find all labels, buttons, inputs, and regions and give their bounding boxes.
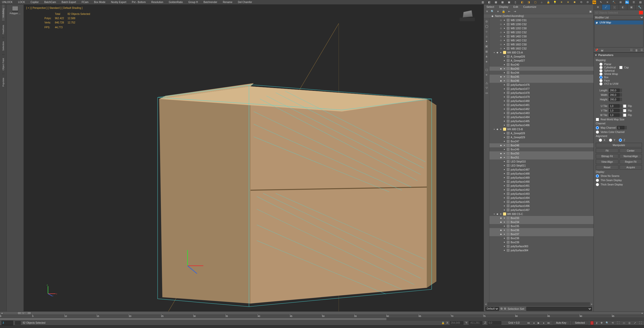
tree-node[interactable]: ●LED Strip011 — [489, 163, 593, 168]
nav-zoom-icon[interactable]: 🔍 — [605, 321, 609, 325]
tab-create[interactable]: ✚ — [594, 5, 602, 10]
rollout-header[interactable]: ▾ Parameters — [594, 53, 644, 57]
menu-goldenratio[interactable]: GoldenRatio — [169, 1, 183, 4]
tree-node[interactable]: ●polySurface1479 — [489, 95, 593, 99]
tree-node[interactable]: ●polySurface1477 — [489, 87, 593, 91]
fp-icon[interactable]: Fp — [592, 1, 596, 4]
menu-batch-export[interactable]: Batch Export — [62, 1, 76, 4]
chart-icon[interactable]: ▥ — [481, 1, 484, 4]
keymode-button[interactable]: Selected — [572, 321, 588, 325]
grid2-icon[interactable]: ▦ — [501, 1, 504, 4]
doc-icon[interactable]: ▭ — [485, 91, 489, 95]
tree-node[interactable]: ◇●WB 1402 CS2 — [489, 38, 593, 42]
object-name-field[interactable] — [594, 11, 638, 14]
regionfit-button[interactable]: Region Fit — [620, 159, 642, 164]
play-icon[interactable]: ▣ — [507, 1, 511, 4]
tree-node[interactable]: ◇●WB 1200 CS1 — [489, 18, 593, 22]
tab-display[interactable]: ▣ — [627, 5, 636, 10]
viewalign-button[interactable]: View Align — [596, 159, 618, 164]
nav-full-icon[interactable]: ⛶ — [638, 321, 642, 325]
drop-icon[interactable]: ⟳ — [586, 1, 589, 4]
mapping-spherical-radio[interactable] — [599, 69, 603, 72]
modifier-stack-item[interactable]: ◉ UVW Map — [595, 20, 643, 24]
box-icon[interactable]: ▯ — [514, 1, 517, 4]
tab-hierarchy[interactable]: ᛞ — [610, 5, 619, 10]
tree-node[interactable]: ●LED Strip010 — [489, 159, 593, 163]
unique-icon[interactable]: ☷ — [630, 48, 633, 52]
modifier-stack[interactable]: ◉ UVW Map — [594, 20, 643, 47]
tree-node[interactable]: ●Box249 — [489, 147, 593, 151]
tree-node[interactable]: ●Box240 — [489, 63, 593, 67]
keyfilters-icon[interactable]: ⚷ — [596, 321, 598, 324]
tree-node[interactable]: ●polySurface1483 — [489, 111, 593, 115]
ribbon-tab-modeling[interactable]: Modeling — [2, 5, 5, 21]
particle-filter-icon[interactable]: ∗ — [485, 60, 489, 64]
mapping-planar-radio[interactable] — [599, 63, 603, 66]
filter-icon[interactable]: ▾ — [496, 10, 500, 14]
bone-filter-icon[interactable]: ⋔ — [485, 54, 489, 59]
modifier-list-dropdown[interactable]: Modifier List — [594, 15, 644, 20]
tree-node[interactable]: ●Box247 — [489, 139, 593, 143]
mapping-cylindrical-radio[interactable] — [599, 66, 603, 69]
axis-x-radio[interactable] — [599, 139, 602, 142]
menu-batchcam[interactable]: BatchCam — [44, 1, 56, 4]
ribbon-tab-object-paint[interactable]: Object Paint — [2, 54, 5, 74]
tree-node[interactable]: ◆●Box246 — [489, 79, 593, 83]
tree-node[interactable]: ●polySurface1476 — [489, 83, 593, 87]
search-icon[interactable]: 🔍 — [490, 10, 494, 14]
nav-pan-icon[interactable]: ✥ — [600, 321, 604, 325]
bitmapfit-button[interactable]: Bitmap Fit — [596, 154, 618, 158]
tree-node[interactable]: ◆●Box243 — [489, 67, 593, 71]
z-field[interactable] — [488, 321, 501, 325]
wrench-icon[interactable]: ✎ — [599, 1, 603, 4]
sun-icon[interactable]: ☀ — [560, 1, 563, 4]
cube2-icon[interactable]: ◨ — [527, 1, 530, 4]
triangle-icon[interactable]: △ — [485, 81, 489, 85]
group-filter-icon[interactable]: ⊞ — [485, 49, 489, 53]
menu-resolution[interactable]: Resolution — [151, 1, 163, 4]
tree-node[interactable]: ●polySurface1488 — [489, 172, 593, 176]
configure-icon[interactable]: ☰ — [640, 48, 643, 52]
tree-node[interactable]: ●polySurface1487 — [489, 168, 593, 172]
menu-pvt-bottom[interactable]: Pvt - Bottom — [132, 1, 146, 4]
tree-node[interactable]: ▾◆●WK 600 CS-C — [489, 212, 593, 216]
cube-icon[interactable]: ◧ — [520, 1, 524, 4]
tree-node[interactable]: ●A_Greep027 — [489, 59, 593, 63]
tree-node[interactable]: ●A_Greep029 — [489, 135, 593, 139]
close-icon[interactable]: ✕ — [485, 10, 489, 14]
extra-tab[interactable] — [15, 321, 21, 325]
tree-node[interactable]: ◇●WB 1402 CS0 — [489, 34, 593, 38]
selection-set-select[interactable] — [526, 307, 592, 311]
tree-node[interactable]: ●polySurface1493 — [489, 192, 593, 196]
menu-rename[interactable]: Rename — [223, 1, 232, 4]
sel-icon[interactable]: ⊞ — [619, 1, 622, 4]
u-flip-check[interactable] — [623, 104, 626, 108]
tree-node[interactable]: ●polySurface383 — [489, 244, 593, 248]
tree-node[interactable]: ●polySurface1484 — [489, 115, 593, 119]
table-icon[interactable]: ▤ — [638, 1, 642, 4]
box2-icon[interactable]: ▢ — [533, 1, 537, 4]
tree-node[interactable]: ●A_Greep026 — [489, 54, 593, 59]
tab-utilities[interactable]: 🔧 — [636, 5, 644, 10]
thickseam-radio[interactable] — [596, 183, 599, 186]
tree-node[interactable]: ◆●Box237 — [489, 232, 593, 236]
tree-node[interactable]: ●polySurface1489 — [489, 176, 593, 180]
next-frame-icon[interactable]: ▸ — [542, 321, 546, 325]
menu-lock[interactable]: LOCK — [18, 1, 25, 4]
nav-walk-icon[interactable]: ◎ — [627, 321, 631, 325]
tree-node[interactable]: ◆●Box248 — [489, 143, 593, 147]
tree-node[interactable]: ●polySurface1480 — [489, 99, 593, 103]
nav-max-icon[interactable]: ⛶ — [616, 321, 620, 325]
tree-node[interactable]: ●polySurface1494 — [489, 196, 593, 200]
tree-node[interactable]: ●polySurface1486 — [489, 123, 593, 127]
utile-field[interactable] — [609, 104, 620, 108]
tab-modify[interactable]: ☄ — [602, 5, 610, 10]
camera-icon[interactable]: ⌂ — [540, 1, 543, 4]
rc-icon[interactable]: Rc — [625, 1, 629, 4]
tree-node[interactable]: ●A_Greep028 — [489, 131, 593, 135]
time-next-icon[interactable]: ▸ — [640, 312, 644, 314]
light-icon[interactable]: ⟲ — [579, 1, 583, 4]
mapchannel-radio[interactable] — [596, 126, 599, 129]
script-tab[interactable]: 3 — [2, 321, 13, 325]
time-ruler[interactable]: 0510152025303540455055606570758085909510… — [0, 315, 644, 320]
